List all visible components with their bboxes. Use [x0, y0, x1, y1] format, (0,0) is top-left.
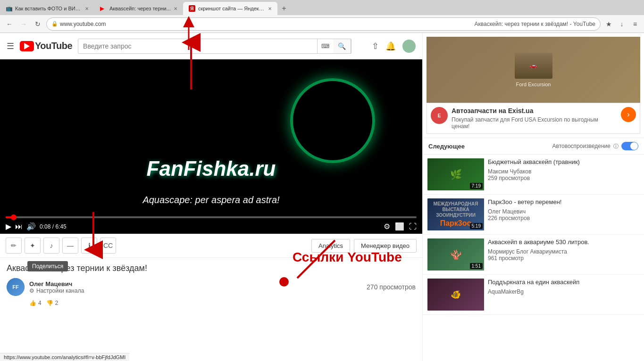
settings-button[interactable]: ⚙ — [384, 222, 390, 231]
rec-thumb-4: 🐠 — [427, 279, 484, 311]
music-icon-button[interactable]: ♪ — [43, 238, 59, 254]
tab-close-3[interactable]: ✕ — [268, 6, 272, 11]
magic-icon-button[interactable]: ✦ — [25, 238, 41, 254]
ad-logo: E — [431, 107, 448, 124]
rec-video-2[interactable]: МЕЖДУНАРОДНАЯ ВЫСТАВКАЗООИНДУСТРИИ Парк3… — [423, 195, 644, 235]
ad-body: Покупай запчасти для Ford USA Excursion … — [452, 116, 617, 130]
main-column: ☰ YouTube ⌨ 🔍 ⇧ 🔔 — [0, 33, 422, 361]
next-label: Следующее — [428, 143, 552, 150]
autoplay-info-icon[interactable]: ⓘ — [613, 143, 619, 150]
user-avatar[interactable] — [402, 40, 416, 53]
rec-video-1[interactable]: 🌿 7:19 Бюджетный акваскейп (травник) Мак… — [423, 155, 644, 195]
tab-favicon-1: 📺 — [6, 5, 12, 12]
page-content: ☰ YouTube ⌨ 🔍 ⇧ 🔔 — [0, 33, 644, 361]
volume-button[interactable]: 🔊 — [26, 222, 36, 231]
url-domain: www.youtube.com — [60, 21, 473, 27]
controls-row: ▶ ⏭ 🔊 0:08 / 6:45 ⚙ ⬜ ⛶ — [6, 222, 417, 231]
youtube-header: ☰ YouTube ⌨ 🔍 ⇧ 🔔 — [0, 33, 422, 59]
rec-duration-3: 1:51 — [470, 263, 483, 269]
search-bar: ⌨ 🔍 — [78, 39, 351, 54]
forward-button[interactable]: → — [18, 18, 29, 30]
youtube-play-triangle — [24, 43, 30, 49]
browser-tab-2[interactable]: ▶ Аквascейп: через терни... ✕ — [94, 2, 183, 15]
rec-duration-2: 5:19 — [470, 223, 483, 229]
play-button[interactable]: ▶ — [6, 222, 11, 231]
download-icon[interactable]: ↓ — [617, 19, 627, 29]
tab-title-1: Как вставить ФОТО и ВИД... — [15, 6, 82, 11]
tab-title-3: скриншот сайта — Яндекс... — [198, 6, 265, 11]
back-button[interactable]: ← — [4, 18, 15, 30]
tab-close-2[interactable]: ✕ — [174, 6, 177, 11]
progress-dot — [11, 214, 17, 220]
next-button[interactable]: ⏭ — [15, 222, 23, 231]
dislike-button[interactable]: 👎 2 — [46, 300, 59, 306]
rec-info-2: ПаркЗоо - ветер перемен! Олег Мацевич 22… — [488, 198, 639, 230]
cut-icon-button[interactable]: — — [62, 238, 78, 254]
video-manager-button[interactable]: Менеджер видео — [354, 239, 417, 253]
rec-channel-3: Мормирус Блог Аквариумиста — [488, 248, 639, 255]
video-title: Акваскейп: через тернии к звёздам! — [7, 263, 416, 273]
youtube-logo-text: YouTube — [35, 41, 72, 51]
rec-thumb-1: 🌿 7:19 — [427, 158, 484, 190]
rec-thumb-2: МЕЖДУНАРОДНАЯ ВЫСТАВКАЗООИНДУСТРИИ Парк3… — [427, 198, 484, 230]
thumbs-down-icon: 👎 — [46, 300, 53, 306]
rec-title-1: Бюджетный акваскейп (травник) — [488, 158, 639, 166]
miniplayer-button[interactable]: ⬜ — [395, 222, 404, 231]
rec-channel-1: Максим Чубаков — [488, 168, 639, 175]
video-controls: ▶ ⏭ 🔊 0:08 / 6:45 ⚙ ⬜ ⛶ — [0, 213, 422, 234]
upload-icon[interactable]: ⇧ — [372, 41, 379, 51]
fullscreen-button[interactable]: ⛶ — [409, 222, 417, 231]
sidebar: 🚗 Ford Excursion E Автозапчасти на Exist… — [422, 33, 644, 361]
url-path: Акваскейп: через тернии к звёздам! - You… — [475, 21, 595, 27]
ad-content: E Автозапчасти на Exist.ua Покупай запча… — [427, 103, 640, 134]
youtube-logo[interactable]: YouTube — [20, 41, 72, 51]
bookmark-icon[interactable]: ★ — [603, 19, 614, 29]
search-input[interactable] — [78, 42, 317, 50]
rec-info-3: Акваскейп в аквариуме 530 литров. Мормир… — [488, 238, 639, 271]
tab-favicon-3: Я — [189, 5, 195, 12]
channel-settings-link[interactable]: ⚙ Настройки канала — [29, 287, 362, 294]
progress-bar[interactable] — [6, 216, 417, 218]
view-count: 270 просмотров — [367, 283, 416, 291]
like-button[interactable]: 👍 4 — [29, 300, 42, 306]
advertisement: 🚗 Ford Excursion E Автозапчасти на Exist… — [423, 33, 644, 138]
rec-video-3[interactable]: 🪸 1:51 Акваскейп в аквариуме 530 литров.… — [423, 235, 644, 275]
time-display: 0:08 / 6:45 — [40, 223, 67, 230]
tab-title-2: Аквascейп: через терни... — [109, 6, 171, 11]
captions-icon-button[interactable]: CC — [100, 238, 116, 254]
channel-avatar[interactable]: FF — [7, 278, 25, 296]
rec-title-4: Поддъркната на един акваскейп — [488, 279, 639, 287]
edit-icon-button[interactable]: ✏ — [6, 238, 22, 254]
rec-views-2: 226 просмотров — [488, 215, 639, 222]
analytics-button[interactable]: Analytics — [311, 239, 350, 253]
bell-icon[interactable]: 🔔 — [385, 41, 396, 51]
info-icon-button[interactable]: ℹ — [81, 238, 97, 254]
video-background: FanFishka.ru Aquascape: per aspera ad as… — [0, 59, 422, 234]
nav-actions: ★ ↓ ≡ — [603, 19, 640, 29]
rec-views-3: 961 просмотр — [488, 255, 639, 262]
rec-title-3: Акваскейп в аквариуме 530 литров. — [488, 238, 639, 246]
tab-close-1[interactable]: ✕ — [85, 6, 89, 11]
tab-favicon-2: ▶ — [100, 5, 107, 12]
rec-channel-4: AquaMakerBg — [488, 288, 639, 295]
ad-body-row: E Автозапчасти на Exist.ua Покупай запча… — [431, 107, 636, 130]
channel-name[interactable]: Олег Мацевич — [29, 280, 362, 287]
browser-tab-3[interactable]: Я скриншот сайта — Яндекс... ✕ — [183, 2, 277, 15]
new-tab-button[interactable]: + — [277, 2, 291, 15]
refresh-button[interactable]: ↻ — [32, 18, 43, 30]
autoplay-toggle[interactable] — [621, 142, 638, 150]
settings-icon[interactable]: ≡ — [630, 19, 640, 29]
hamburger-menu-button[interactable]: ☰ — [7, 41, 14, 51]
thumbs-up-icon: 👍 — [29, 300, 36, 306]
video-thumbnail: FanFishka.ru Aquascape: per aspera ad as… — [0, 59, 422, 234]
address-bar[interactable]: 🔒 www.youtube.com Акваскейп: через терни… — [46, 17, 601, 31]
browser-tab-1[interactable]: 📺 Как вставить ФОТО и ВИД... ✕ — [0, 2, 94, 15]
toggle-thumb — [630, 142, 638, 150]
ad-cta-button[interactable]: › — [621, 107, 636, 122]
rec-video-4[interactable]: 🐠 Поддъркната на един акваскейп AquaMake… — [423, 275, 644, 315]
navigation-bar: ← → ↻ 🔒 www.youtube.com Акваскейп: через… — [0, 15, 644, 33]
settings-gear-icon: ⚙ — [29, 287, 34, 294]
search-button[interactable]: 🔍 — [333, 39, 351, 54]
keyboard-icon[interactable]: ⌨ — [317, 39, 333, 53]
rec-info-4: Поддъркната на един акваскейп AquaMakerB… — [488, 279, 639, 311]
